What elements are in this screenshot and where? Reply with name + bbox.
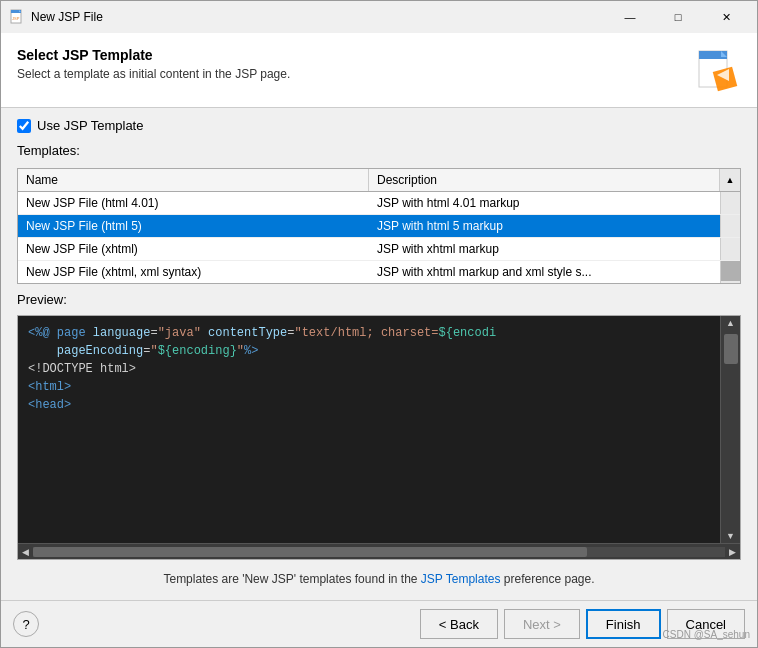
table-header: Name Description ▲: [18, 169, 740, 192]
preview-hscroll: ◀ ▶: [18, 543, 740, 559]
hscroll-right-btn[interactable]: ▶: [725, 545, 740, 559]
row-desc: JSP with html 4.01 markup: [369, 192, 720, 214]
hscroll-thumb: [33, 547, 587, 557]
scrollbar-area: [720, 215, 740, 237]
hscroll-left-btn[interactable]: ◀: [18, 545, 33, 559]
preview-scroll-up-btn[interactable]: ▲: [724, 316, 737, 330]
preview-panel: <%@ page language="java" contentType="te…: [17, 315, 741, 560]
header-section: Select JSP Template Select a template as…: [1, 33, 757, 108]
back-button[interactable]: < Back: [420, 609, 498, 639]
templates-table: Name Description ▲ New JSP File (html 4.…: [17, 168, 741, 284]
footer-after: preference page.: [500, 572, 594, 586]
title-bar: JSP New JSP File — □ ✕: [1, 1, 757, 33]
table-row[interactable]: New JSP File (html 4.01) JSP with html 4…: [18, 192, 740, 215]
maximize-button[interactable]: □: [655, 3, 701, 31]
svg-text:JSP: JSP: [12, 16, 20, 21]
content: Use JSP Template Templates: Name Descrip…: [1, 108, 757, 600]
use-template-label: Use JSP Template: [37, 118, 143, 133]
help-button[interactable]: ?: [13, 611, 39, 637]
row-name: New JSP File (html 4.01): [18, 192, 369, 214]
row-desc: JSP with html 5 markup: [369, 215, 720, 237]
scrollbar-area: [720, 261, 740, 283]
finish-button[interactable]: Finish: [586, 609, 661, 639]
button-bar: ? < Back Next > Finish Cancel: [1, 600, 757, 647]
jsp-templates-link[interactable]: JSP Templates: [421, 572, 501, 586]
row-desc: JSP with xhtml markup: [369, 238, 720, 260]
preview-scroll-down-btn[interactable]: ▼: [724, 529, 737, 543]
close-button[interactable]: ✕: [703, 3, 749, 31]
header-text: Select JSP Template Select a template as…: [17, 47, 290, 81]
preview-scrollbar[interactable]: ▲ ▼: [720, 316, 740, 543]
hscroll-track: [33, 547, 725, 557]
scrollbar-area: [720, 192, 740, 214]
header-icon: [693, 47, 741, 95]
row-desc: JSP with xhtml markup and xml style s...: [369, 261, 720, 283]
preview-label: Preview:: [17, 292, 741, 307]
watermark: CSDN @SA_sehun: [663, 629, 750, 640]
scrollbar-area: [720, 238, 740, 260]
preview-code-area: <%@ page language="java" contentType="te…: [18, 316, 740, 543]
row-name: New JSP File (html 5): [18, 215, 369, 237]
title-bar-controls: — □ ✕: [607, 3, 749, 31]
col-header-description: Description: [369, 169, 720, 191]
table-row[interactable]: New JSP File (xhtml) JSP with xhtml mark…: [18, 238, 740, 261]
dialog: JSP New JSP File — □ ✕ Select JSP Templa…: [0, 0, 758, 648]
table-body: New JSP File (html 4.01) JSP with html 4…: [18, 192, 740, 283]
header-title: Select JSP Template: [17, 47, 290, 63]
minimize-button[interactable]: —: [607, 3, 653, 31]
header-subtitle: Select a template as initial content in …: [17, 67, 290, 81]
next-button[interactable]: Next >: [504, 609, 580, 639]
table-row[interactable]: New JSP File (xhtml, xml syntax) JSP wit…: [18, 261, 740, 283]
footer-before: Templates are 'New JSP' templates found …: [163, 572, 420, 586]
preview-code: <%@ page language="java" contentType="te…: [18, 316, 720, 543]
title-bar-icon: JSP: [9, 9, 25, 25]
use-template-row: Use JSP Template: [17, 118, 741, 133]
templates-label: Templates:: [17, 143, 741, 158]
row-name: New JSP File (xhtml, xml syntax): [18, 261, 369, 283]
row-name: New JSP File (xhtml): [18, 238, 369, 260]
table-scroll-up[interactable]: ▲: [720, 169, 740, 191]
col-header-name: Name: [18, 169, 369, 191]
use-template-checkbox[interactable]: [17, 119, 31, 133]
title-bar-title: New JSP File: [31, 10, 607, 24]
table-row[interactable]: New JSP File (html 5) JSP with html 5 ma…: [18, 215, 740, 238]
footer-text: Templates are 'New JSP' templates found …: [17, 568, 741, 590]
preview-scroll-thumb: [724, 334, 738, 364]
